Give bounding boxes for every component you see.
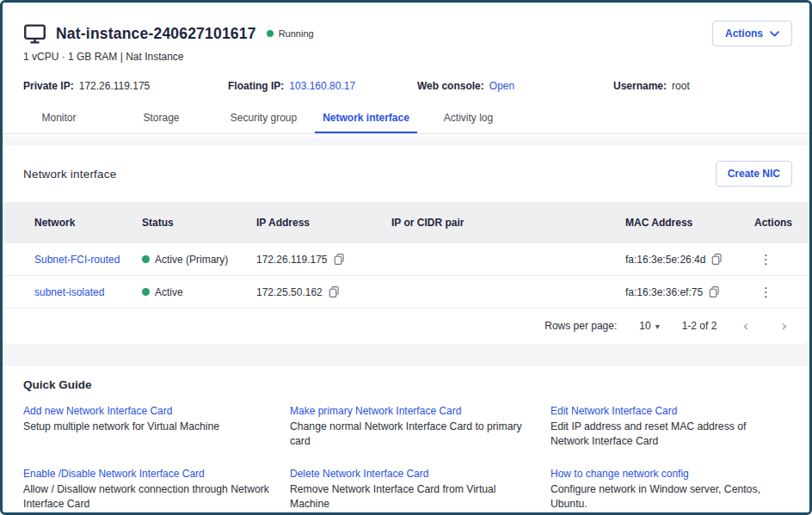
guide-link[interactable]: Add new Network Interface Card xyxy=(23,405,274,417)
status-dot-icon xyxy=(142,288,150,296)
copy-icon[interactable] xyxy=(328,285,340,298)
tab-monitor[interactable]: Monitor xyxy=(8,105,110,133)
status-dot-icon xyxy=(142,255,150,263)
username-value: root xyxy=(672,80,690,92)
nic-status: Active xyxy=(155,286,183,298)
table-header: Network Status IP Address IP or CIDR pai… xyxy=(3,202,809,243)
col-network: Network xyxy=(34,217,142,229)
copy-icon[interactable] xyxy=(710,253,723,266)
tab-storage[interactable]: Storage xyxy=(110,105,212,133)
guide-link[interactable]: Make primary Network Interface Card xyxy=(290,405,535,417)
instance-specs: 1 vCPU · 1 GB RAM | Nat Instance xyxy=(3,48,809,63)
col-ip-cidr-pair: IP or CIDR pair xyxy=(391,217,625,229)
tab-bar: Monitor Storage Security group Network i… xyxy=(3,105,809,134)
guide-item-make-primary: Make primary Network Interface Card Chan… xyxy=(290,405,551,449)
actions-button-label: Actions xyxy=(725,28,763,40)
col-mac-address: MAC Address xyxy=(625,217,754,229)
nic-mac: fa:16:3e:5e:26:4d xyxy=(625,254,705,266)
rows-per-page-value: 10 xyxy=(639,320,650,332)
network-interface-card: Network interface Create NIC Network Sta… xyxy=(3,145,809,344)
caret-down-icon: ▾ xyxy=(655,322,660,331)
col-actions: Actions xyxy=(754,217,792,229)
rows-per-page-label: Rows per page: xyxy=(544,320,617,332)
instance-name: Nat-instance-240627101617 xyxy=(56,25,256,43)
status-badge: Running xyxy=(267,28,314,39)
chevron-down-icon xyxy=(770,31,779,37)
nic-ip: 172.26.119.175 xyxy=(256,254,328,266)
guide-link[interactable]: How to change network config xyxy=(551,468,773,480)
next-page-icon[interactable]: › xyxy=(778,317,790,334)
guide-item-delete-nic: Delete Network Interface Card Remove Net… xyxy=(290,468,551,512)
network-link[interactable]: Subnet-FCI-routed xyxy=(34,254,120,266)
guide-desc: Configure network in Window server, Cent… xyxy=(551,482,773,512)
guide-desc: Allow / Disallow network connection thro… xyxy=(23,482,274,512)
instance-monitor-icon xyxy=(23,23,46,45)
status-label: Running xyxy=(279,28,314,39)
guide-desc: Change normal Network Interface Card to … xyxy=(290,420,535,449)
guide-link[interactable]: Delete Network Interface Card xyxy=(290,468,535,480)
pagination-range: 1-2 of 2 xyxy=(682,320,717,332)
row-actions-kebab-icon[interactable]: ⋮ xyxy=(754,250,778,268)
private-ip-label: Private IP: xyxy=(23,80,74,92)
floating-ip-link[interactable]: 103.160.80.17 xyxy=(289,80,355,92)
web-console-open-link[interactable]: Open xyxy=(489,80,514,92)
status-dot-icon xyxy=(267,30,274,37)
instance-detail-page: Nat-instance-240627101617 Running Action… xyxy=(0,0,812,515)
tab-activity-log[interactable]: Activity log xyxy=(417,105,520,133)
instance-info-row: Private IP: 172.26.119.175 Floating IP: … xyxy=(3,63,809,92)
col-ip-address: IP Address xyxy=(256,217,391,229)
guide-link[interactable]: Enable /Disable Network Interface Card xyxy=(23,468,274,480)
table-row: subnet-isolated Active 172.25.50.162 fa:… xyxy=(3,276,809,309)
section-title: Network interface xyxy=(23,168,116,181)
table-pagination: Rows per page: 10 ▾ 1-2 of 2 ‹ › xyxy=(3,309,809,343)
quick-guide-grid: Add new Network Interface Card Setup mul… xyxy=(23,405,789,512)
previous-page-icon[interactable]: ‹ xyxy=(739,317,752,334)
col-status: Status xyxy=(142,217,256,229)
guide-desc: Edit IP address and reset MAC address of… xyxy=(551,420,773,449)
network-link[interactable]: subnet-isolated xyxy=(34,286,104,298)
row-actions-kebab-icon[interactable]: ⋮ xyxy=(754,283,778,301)
rows-per-page-select[interactable]: 10 ▾ xyxy=(639,320,659,332)
floating-ip-label: Floating IP: xyxy=(228,80,284,92)
copy-icon[interactable] xyxy=(333,253,345,266)
private-ip-value: 172.26.119.175 xyxy=(79,80,151,92)
guide-item-add-nic: Add new Network Interface Card Setup mul… xyxy=(23,405,290,449)
quick-guide-card: Quick Guide Add new Network Interface Ca… xyxy=(3,366,809,514)
tab-network-interface[interactable]: Network interface xyxy=(315,105,417,133)
copy-icon[interactable] xyxy=(708,285,720,298)
nic-mac: fa:16:3e:36:ef:75 xyxy=(625,286,703,298)
guide-item-change-network-config: How to change network config Configure n… xyxy=(551,468,789,512)
nic-status: Active (Primary) xyxy=(155,254,228,266)
guide-link[interactable]: Edit Network Interface Card xyxy=(551,405,773,417)
table-row: Subnet-FCI-routed Active (Primary) 172.2… xyxy=(3,243,809,276)
quick-guide-title: Quick Guide xyxy=(23,378,789,391)
guide-desc: Setup multiple network for Virtual Machi… xyxy=(23,420,274,434)
guide-item-edit-nic: Edit Network Interface Card Edit IP addr… xyxy=(551,405,789,449)
instance-header-card: Nat-instance-240627101617 Running Action… xyxy=(3,3,809,137)
create-nic-button[interactable]: Create NIC xyxy=(716,161,792,187)
tab-security-group[interactable]: Security group xyxy=(212,105,315,133)
guide-item-enable-disable-nic: Enable /Disable Network Interface Card A… xyxy=(23,468,290,512)
guide-desc: Remove Network Interface Card from Virtu… xyxy=(290,482,535,512)
username-label: Username: xyxy=(613,80,667,92)
nic-ip: 172.25.50.162 xyxy=(256,286,323,298)
actions-button[interactable]: Actions xyxy=(712,21,792,46)
web-console-label: Web console: xyxy=(417,80,484,92)
